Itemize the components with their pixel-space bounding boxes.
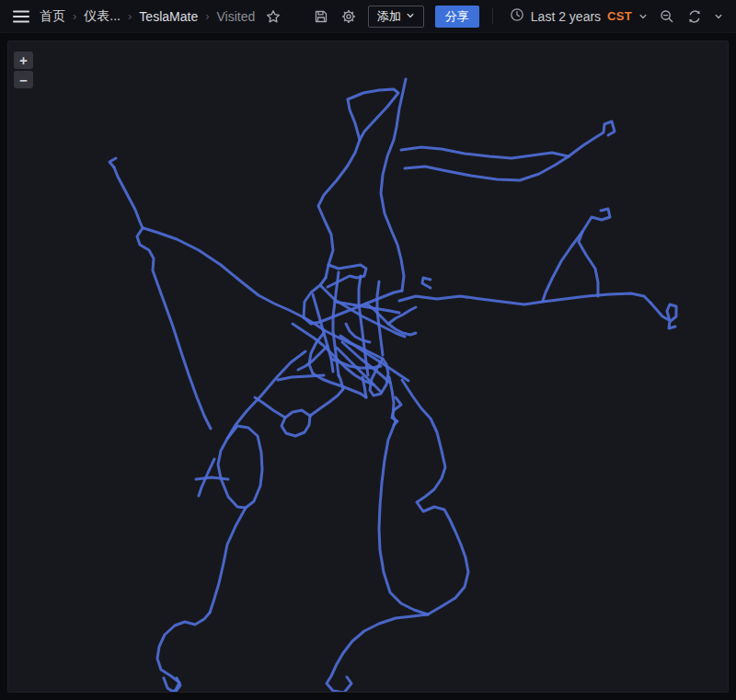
breadcrumb: 首页 › 仪表... › TeslaMate › Visited <box>39 8 256 25</box>
hamburger-icon <box>13 10 29 23</box>
map-zoom-in-button[interactable]: + <box>14 52 33 69</box>
map-panel[interactable]: + − <box>7 40 729 693</box>
time-range-label: Last 2 years <box>531 9 601 24</box>
breadcrumb-separator: › <box>66 9 83 23</box>
zoom-out-icon <box>660 9 674 24</box>
menu-button[interactable] <box>9 5 33 29</box>
gear-icon <box>341 9 356 24</box>
clock-icon <box>510 7 524 25</box>
breadcrumb-separator: › <box>199 9 215 23</box>
favorite-button[interactable] <box>261 5 285 29</box>
star-icon <box>266 9 281 24</box>
save-dashboard-button[interactable] <box>309 5 333 29</box>
chevron-down-icon <box>406 9 415 23</box>
top-navbar: 首页 › 仪表... › TeslaMate › Visited 添加 <box>0 0 736 33</box>
breadcrumb-separator: › <box>121 9 138 23</box>
breadcrumb-home[interactable]: 首页 <box>39 8 66 25</box>
map-tracks-svg <box>7 40 729 693</box>
dashboard-content: + − <box>0 33 736 700</box>
dashboard-settings-button[interactable] <box>337 5 361 29</box>
add-panel-button[interactable]: 添加 <box>368 6 424 28</box>
chevron-down-icon <box>638 9 648 24</box>
navbar-divider <box>492 8 493 24</box>
breadcrumb-teslamate[interactable]: TeslaMate <box>138 9 199 24</box>
save-icon <box>314 9 328 24</box>
navbar-actions: 添加 分享 Last 2 years CST <box>309 5 727 29</box>
refresh-icon <box>687 9 702 24</box>
refresh-button[interactable] <box>683 5 707 29</box>
timezone-label: CST <box>607 9 632 23</box>
breadcrumb-dashboards[interactable]: 仪表... <box>83 8 121 25</box>
time-zoom-out-button[interactable] <box>655 5 679 29</box>
map-zoom-out-button[interactable]: − <box>14 71 33 88</box>
refresh-interval-dropdown[interactable] <box>710 5 727 29</box>
share-button[interactable]: 分享 <box>435 6 479 28</box>
add-panel-label: 添加 <box>377 8 401 25</box>
breadcrumb-visited: Visited <box>216 9 257 24</box>
chevron-down-icon <box>714 12 723 21</box>
map-zoom-control: + − <box>14 52 33 88</box>
time-range-picker[interactable]: Last 2 years CST <box>506 5 651 29</box>
